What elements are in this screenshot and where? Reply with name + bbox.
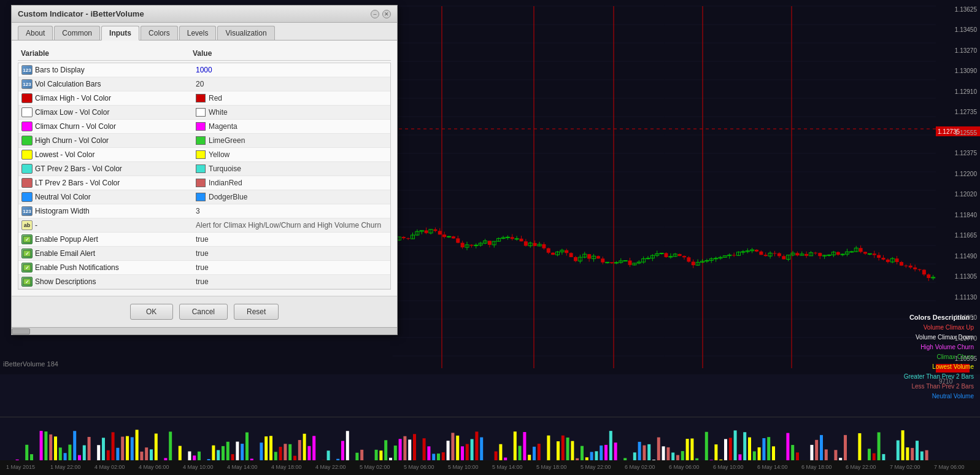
price-label: 1.11130 [934, 294, 977, 301]
param-row[interactable]: 123Bars to Display1000 [18, 63, 390, 77]
param-row[interactable]: ✓Enable Push Notificationstrue [18, 261, 390, 275]
param-row[interactable]: High Churn - Vol ColorLimeGreen [18, 134, 390, 148]
time-axis [0, 417, 980, 429]
svg-text:✓: ✓ [25, 251, 29, 257]
param-row[interactable]: ✓Enable Email Alerttrue [18, 247, 390, 261]
param-row[interactable]: Lowest - Vol ColorYellow [18, 148, 390, 162]
param-name: High Churn - Vol Color [35, 136, 196, 145]
param-value[interactable]: Red [196, 94, 387, 102]
param-name: Enable Push Notifications [35, 263, 196, 272]
param-row[interactable]: Climax Low - Vol ColorWhite [18, 106, 390, 120]
bool-icon: ✓ [21, 263, 33, 272]
price-label: 1.11665 [934, 232, 977, 239]
svg-text:✓: ✓ [25, 237, 29, 242]
param-name: - [35, 221, 196, 230]
color-icon [21, 122, 33, 131]
param-name: Show Descriptions [35, 277, 196, 286]
ok-button[interactable]: OK [130, 304, 173, 320]
tab-inputs[interactable]: Inputs [101, 26, 139, 41]
col-value-header: Value [193, 49, 388, 58]
price-label: 1.10595 [934, 355, 977, 362]
price-label: 1.11305 [934, 273, 977, 280]
param-name: Climax High - Vol Color [35, 94, 196, 102]
tab-visualization[interactable]: Visualization [217, 26, 274, 40]
param-row[interactable]: ✓Enable Popup Alerttrue [18, 233, 390, 247]
param-row[interactable]: 123Vol Calculation Bars20 [18, 77, 390, 91]
tab-colors[interactable]: Colors [141, 26, 178, 40]
dialog-title: Custom Indicator - iBetterVolume [18, 9, 144, 18]
ab-icon: ab [21, 220, 33, 230]
price-label: 1.12375 [934, 150, 977, 156]
int-icon: 123 [21, 79, 33, 89]
param-value[interactable]: 3 [196, 207, 387, 215]
price-label: 1.10770 [934, 335, 977, 342]
param-value[interactable]: Turquoise [196, 164, 387, 173]
dialog-controls[interactable]: – ✕ [371, 10, 391, 18]
param-value[interactable]: IndianRed [196, 179, 387, 187]
svg-text:✓: ✓ [25, 279, 29, 285]
color-icon [21, 93, 33, 103]
price-label: 1.13450 [934, 26, 977, 33]
tab-bar: AboutCommonInputsColorsLevelsVisualizati… [12, 23, 397, 41]
cancel-button[interactable]: Cancel [179, 304, 228, 320]
params-scroll-area[interactable]: 123Bars to Display1000123Vol Calculation… [18, 63, 391, 290]
param-value[interactable]: DodgerBlue [196, 193, 387, 201]
param-name: Enable Popup Alert [35, 235, 196, 244]
price-label: 1.13270 [934, 47, 977, 54]
color-icon [21, 107, 33, 117]
price-label: 1.13090 [934, 68, 977, 74]
param-value[interactable]: true [196, 277, 387, 286]
param-value[interactable]: LimeGreen [196, 136, 387, 145]
minimize-button[interactable]: – [371, 10, 379, 18]
tab-common[interactable]: Common [54, 26, 100, 40]
param-value[interactable]: White [196, 108, 387, 117]
int-icon: 123 [21, 65, 33, 75]
param-name: Enable Email Alert [35, 249, 196, 258]
param-row[interactable]: Climax Churn - Vol ColorMagenta [18, 120, 390, 134]
dialog-titlebar: Custom Indicator - iBetterVolume – ✕ [12, 6, 397, 23]
legend-item: Greater Than Prev 2 Bars [904, 372, 974, 382]
color-swatch [196, 179, 206, 187]
color-swatch [196, 136, 206, 145]
col-variable-header: Variable [21, 49, 193, 58]
param-value[interactable]: 20 [196, 80, 387, 88]
param-value[interactable]: true [196, 249, 387, 258]
param-value[interactable]: 1000 [196, 66, 387, 74]
scrollbar-thumb[interactable] [12, 328, 30, 334]
button-row: OK Cancel Reset [12, 296, 397, 327]
param-row[interactable]: GT Prev 2 Bars - Vol ColorTurquoise [18, 162, 390, 176]
dialog-content: Variable Value 123Bars to Display1000123… [12, 41, 397, 296]
param-value[interactable]: true [196, 263, 387, 272]
close-button[interactable]: ✕ [382, 10, 391, 18]
param-row[interactable]: ab-Alert for Climax High/Low/Churn and H… [18, 218, 390, 233]
param-name: Neutral Vol Color [35, 193, 196, 201]
color-icon [21, 192, 33, 202]
param-row[interactable]: Climax High - Vol ColorRed [18, 91, 390, 106]
price-label: 1.13625 [934, 6, 977, 13]
price-label: 1.12020 [934, 191, 977, 198]
param-row[interactable]: LT Prev 2 Bars - Vol ColorIndianRed [18, 176, 390, 190]
price-label: 1.11840 [934, 212, 977, 218]
param-value[interactable]: Alert for Climax High/Low/Churn and High… [196, 221, 387, 230]
param-row[interactable]: ✓Show Descriptionstrue [18, 275, 390, 289]
legend-item: Neutral Volume [904, 392, 974, 401]
param-value[interactable]: Yellow [196, 150, 387, 159]
bool-icon: ✓ [21, 277, 33, 287]
param-name: Climax Churn - Vol Color [35, 122, 196, 131]
price-labels: 1.136251.134501.132701.130901.129101.127… [934, 0, 977, 368]
price-label: 1.10950 [934, 314, 977, 321]
custom-indicator-dialog[interactable]: Custom Indicator - iBetterVolume – ✕ Abo… [11, 5, 398, 335]
price-label: 1.12200 [934, 171, 977, 177]
reset-button[interactable]: Reset [234, 304, 279, 320]
price-label: 1.11490 [934, 253, 977, 260]
color-swatch [196, 122, 206, 131]
param-row[interactable]: Neutral Vol ColorDodgerBlue [18, 190, 390, 204]
dialog-scrollbar[interactable] [12, 327, 397, 334]
param-value[interactable]: true [196, 235, 387, 244]
tab-levels[interactable]: Levels [179, 26, 217, 40]
param-row[interactable]: 123Histogram Width3 [18, 204, 390, 218]
color-swatch [196, 94, 206, 102]
param-value[interactable]: Magenta [196, 122, 387, 131]
param-name: Climax Low - Vol Color [35, 108, 196, 117]
tab-about[interactable]: About [18, 26, 53, 40]
